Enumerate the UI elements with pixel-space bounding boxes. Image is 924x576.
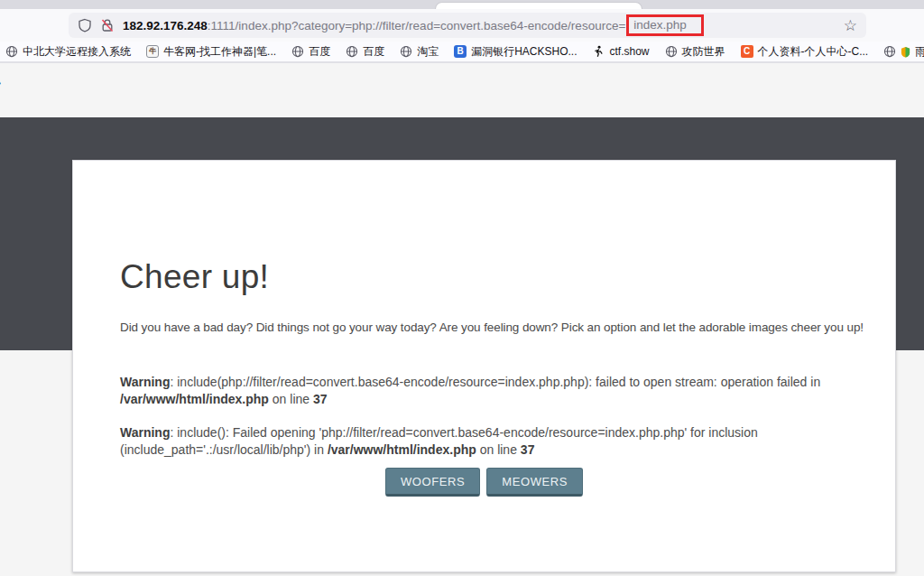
bookmark-star-icon[interactable]: ☆ [836, 16, 857, 35]
bookmark-item[interactable]: 百度 [291, 44, 330, 60]
c-orange-icon: C [741, 45, 753, 58]
bookmark-label: 中北大学远程接入系统 [23, 44, 131, 60]
bugbank-icon: B [454, 45, 467, 58]
bookmark-item[interactable]: 牛 牛客网-找工作神器|笔... [146, 44, 276, 60]
url-host: 182.92.176.248 [123, 19, 208, 33]
globe-icon [883, 45, 896, 58]
bookmark-item[interactable]: 中北大学远程接入系统 [5, 44, 131, 60]
insecure-lock-icon[interactable] [100, 18, 115, 33]
url-highlight-redbox: index.php [626, 14, 704, 36]
bookmark-item[interactable]: ctf.show [592, 45, 649, 58]
bookmark-label: 攻防世界 [682, 44, 725, 60]
woofers-button[interactable]: WOOFERS [385, 468, 480, 497]
bookmark-label: ctf.show [609, 45, 649, 58]
bookmark-item[interactable]: 淘宝 [400, 44, 439, 60]
globe-icon [665, 45, 678, 58]
button-row: WOOFERS MEOWERS [120, 468, 848, 497]
bookmark-item[interactable]: 攻防世界 [665, 44, 725, 60]
bookmark-item[interactable]: C 个人资料-个人中心-C... [741, 44, 869, 60]
url-bar[interactable]: 182.92.176.248:1111/index.php?category=p… [69, 13, 866, 38]
bookmark-label: 雨苁ℒ [915, 44, 924, 60]
globe-icon [400, 45, 412, 58]
php-warning-1: Warning: include(php://filter/read=conve… [120, 374, 842, 409]
chevron-right-icon[interactable]: › [0, 72, 1, 92]
content-card: Cheer up! Did you have a bad day? Did th… [72, 160, 896, 572]
shield-icon[interactable] [78, 18, 92, 33]
bookmark-item[interactable]: 百度 [346, 44, 384, 60]
intro-text: Did you have a bad day? Did things not g… [120, 321, 848, 334]
bookmark-item[interactable]: 雨苁ℒ - 暗网|黑... [883, 44, 924, 60]
globe-icon [5, 45, 18, 58]
url-path: :1111/index.php?category=php://filter/re… [208, 19, 625, 33]
bookmark-label: 漏洞银行HACKSHO... [471, 44, 577, 60]
nowcoder-icon: 牛 [146, 45, 159, 58]
browser-toolbar: 182.92.176.248:1111/index.php?category=p… [0, 9, 924, 42]
tab-strip [0, 0, 924, 9]
bookmark-label: 牛客网-找工作神器|笔... [163, 44, 276, 60]
url-text[interactable]: 182.92.176.248:1111/index.php?category=p… [123, 14, 836, 36]
bookmark-label: 淘宝 [417, 44, 439, 60]
bookmark-label: 个人资料-个人中心-C... [758, 44, 869, 60]
globe-icon [291, 45, 304, 58]
page-title: Cheer up! [120, 258, 848, 296]
bookmark-item[interactable]: B 漏洞银行HACKSHO... [454, 44, 577, 60]
active-tab[interactable] [436, 3, 642, 9]
bookmarks-bar: 中北大学远程接入系统 牛 牛客网-找工作神器|笔... 百度 百度 淘宝 B [0, 42, 924, 63]
bookmark-label: 百度 [363, 44, 384, 60]
globe-icon [346, 45, 358, 58]
shield-badge-icon [901, 46, 910, 58]
meowers-button[interactable]: MEOWERS [486, 468, 583, 497]
runner-icon [592, 45, 605, 58]
bookmark-label: 百度 [309, 44, 330, 60]
page-viewport: › Cheer up! Did you have a bad day? Did … [0, 65, 924, 576]
php-warning-2: Warning: include(): Failed opening 'php:… [120, 424, 842, 460]
